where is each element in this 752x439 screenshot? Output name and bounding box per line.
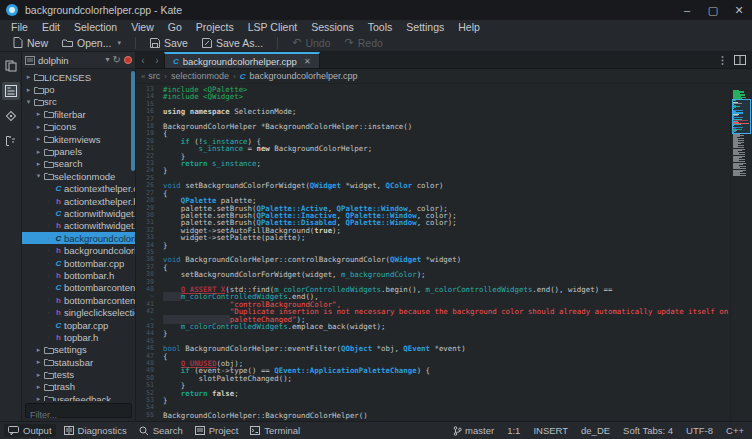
tree-branch: · <box>44 210 53 217</box>
toolview-project-button[interactable]: Project <box>195 425 239 436</box>
tree-item-panels[interactable]: ▸panels <box>22 145 135 157</box>
expander-icon[interactable]: ▾ <box>24 98 33 106</box>
documents-icon[interactable] <box>2 57 20 75</box>
tree-branch: · <box>44 185 53 192</box>
tree-item-search[interactable]: ▸search <box>22 158 135 170</box>
toolview-output-button[interactable]: Output <box>4 424 56 437</box>
status-input-mode[interactable]: INSERT <box>533 425 568 436</box>
tab-close-icon[interactable]: ✕ <box>304 57 311 66</box>
tree-item-trash[interactable]: ▸trash <box>22 381 135 393</box>
menu-sessions[interactable]: Sessions <box>304 20 361 34</box>
maximize-icon[interactable]: ▢ <box>700 0 726 20</box>
code-area[interactable]: 1314151617181920212223242526272829303132… <box>136 84 752 421</box>
project-tree-icon[interactable] <box>2 82 20 100</box>
tab-backgroundcolorhelper[interactable]: C backgroundcolorhelper.cpp ✕ <box>164 52 320 68</box>
expander-icon[interactable]: ▸ <box>34 358 43 366</box>
filter-input[interactable] <box>26 409 131 422</box>
expander-icon[interactable]: ▸ <box>24 73 33 81</box>
menu-view[interactable]: View <box>124 20 161 34</box>
status-git-branch[interactable]: master <box>453 425 494 436</box>
minimize-icon[interactable]: – <box>674 0 700 20</box>
expander-icon[interactable]: ▾ <box>34 172 43 180</box>
code-text[interactable]: #include <QPalette>#include <QWidget>usi… <box>160 86 730 421</box>
status-encoding[interactable]: UTF-8 <box>686 425 713 436</box>
expander-icon[interactable]: ▸ <box>34 383 43 391</box>
refresh-icon[interactable]: ↻ <box>113 55 121 65</box>
menu-tools[interactable]: Tools <box>361 20 400 34</box>
status-dictionary[interactable]: de_DE <box>581 425 610 436</box>
open-dropdown-icon[interactable]: ▾ <box>117 39 121 47</box>
expander-icon[interactable]: ▸ <box>24 86 33 94</box>
save-button[interactable]: Save <box>145 36 193 50</box>
tree-item-topbar-h[interactable]: ·htopbar.h <box>22 331 135 343</box>
open-button[interactable]: Open... ▾ <box>57 36 126 50</box>
tree-item-selectionmode[interactable]: ▾selectionmode <box>22 170 135 182</box>
document-menu-icon[interactable] <box>719 55 726 66</box>
tree-item-filterbar[interactable]: ▸filterbar <box>22 108 135 120</box>
menu-projects[interactable]: Projects <box>189 20 241 34</box>
menu-go[interactable]: Go <box>161 20 189 34</box>
menu-edit[interactable]: Edit <box>35 20 67 34</box>
symbols-icon[interactable] <box>2 132 20 150</box>
menu-settings[interactable]: Settings <box>399 20 451 34</box>
breadcrumb-collapse-icon[interactable]: ‹‹ <box>141 72 144 81</box>
tree-item-bottombar-h[interactable]: ·hbottombar.h <box>22 269 135 281</box>
tree-item-bottombarcontentscont-[interactable]: ·Cbottombarcontentscont... <box>22 282 135 294</box>
breadcrumb-src[interactable]: src <box>148 71 160 81</box>
toolview-diagnostics-button[interactable]: Diagnostics <box>64 425 127 436</box>
tree-item-src[interactable]: ▾src <box>22 96 135 108</box>
minimap-viewport[interactable] <box>732 99 751 135</box>
tree-item-bottombar-cpp[interactable]: ·Cbottombar.cpp <box>22 257 135 269</box>
tab-forward-icon[interactable]: › <box>150 52 164 68</box>
tree-item-bottombarcontentscont-[interactable]: ·hbottombarcontentscont... <box>22 294 135 306</box>
expander-icon[interactable]: ▸ <box>34 395 43 401</box>
toolview-terminal-button[interactable]: Terminal <box>250 425 300 436</box>
tree-item-statusbar[interactable]: ▸statusbar <box>22 356 135 368</box>
tab-back-icon[interactable]: ‹ <box>136 52 150 68</box>
breadcrumb-file[interactable]: backgroundcolorhelper.cpp <box>250 71 358 81</box>
tree-item-icons[interactable]: ▸icons <box>22 121 135 133</box>
stop-icon[interactable] <box>124 56 132 64</box>
tree-item-tests[interactable]: ▸tests <box>22 368 135 380</box>
tabbar: ‹ › C backgroundcolorhelper.cpp ✕ <box>136 52 752 69</box>
tree-item-actiontexthelper-h[interactable]: ·hactiontexthelper.h <box>22 195 135 207</box>
split-view-icon[interactable] <box>734 55 746 65</box>
project-dropdown-icon[interactable]: ▾ <box>106 55 110 65</box>
tree-item-singleclickselectionproxy-[interactable]: ·hsingleclickselectionproxy... <box>22 306 135 318</box>
status-cursor-position[interactable]: 1:1 <box>507 425 520 436</box>
menu-help[interactable]: Help <box>451 20 487 34</box>
expander-icon[interactable]: ▸ <box>34 346 43 354</box>
menu-lsp-client[interactable]: LSP Client <box>241 20 304 34</box>
project-selector[interactable]: dolphin <box>38 55 103 66</box>
git-icon[interactable] <box>2 107 20 125</box>
expander-icon[interactable]: ▸ <box>34 371 43 379</box>
expander-icon[interactable]: ▸ <box>34 160 43 168</box>
tree-item-userfeedback[interactable]: ▸userfeedback <box>22 393 135 401</box>
tree-item-actionwithwidget-h[interactable]: ·hactionwithwidget.h <box>22 220 135 232</box>
save-as-button[interactable]: Save As... <box>197 36 268 50</box>
header-file-icon: h <box>53 197 64 206</box>
expander-icon[interactable]: ▸ <box>34 110 43 118</box>
close-icon[interactable]: ✕ <box>726 0 752 20</box>
status-syntax-mode[interactable]: C++ <box>726 425 744 436</box>
tree-item-topbar-cpp[interactable]: ·Ctopbar.cpp <box>22 319 135 331</box>
expander-icon[interactable]: ▸ <box>34 123 43 131</box>
menu-file[interactable]: File <box>4 20 35 34</box>
tree-item-kitemviews[interactable]: ▸kitemviews <box>22 133 135 145</box>
tree-item-licenses[interactable]: ▸LICENSES <box>22 71 135 83</box>
expander-icon[interactable]: ▸ <box>34 135 43 143</box>
expander-icon[interactable]: ▸ <box>34 148 43 156</box>
tree-item-po[interactable]: ▸po <box>22 83 135 95</box>
menu-selection[interactable]: Selection <box>67 20 124 34</box>
breadcrumb-selectionmode[interactable]: selectionmode <box>171 71 229 81</box>
tree-item-settings[interactable]: ▸settings <box>22 344 135 356</box>
toolview-search-button[interactable]: Search <box>139 425 183 436</box>
minimap-scrollbar[interactable] <box>730 86 752 421</box>
tree-scrollbar[interactable] <box>131 71 135 171</box>
status-tab-width[interactable]: Soft Tabs: 4 <box>623 425 673 436</box>
tree-item-backgroundcolorhelper-c-[interactable]: ·Cbackgroundcolorhelper.c... <box>22 232 135 244</box>
tree-item-actionwithwidget-cpp[interactable]: ·Cactionwithwidget.cpp <box>22 207 135 219</box>
tree-item-actiontexthelper-cpp[interactable]: ·Cactiontexthelper.cpp <box>22 183 135 195</box>
new-button[interactable]: New <box>8 36 53 50</box>
tree-item-backgroundcolorhelper-h[interactable]: ·hbackgroundcolorhelper.h <box>22 244 135 256</box>
